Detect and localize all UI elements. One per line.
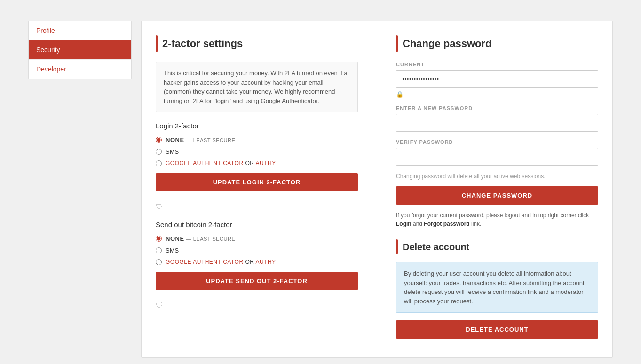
send-out-label: Send out bitcoin 2-factor bbox=[156, 221, 358, 229]
lock-icon: 🔒 bbox=[396, 91, 404, 98]
right-panel: Change password CURRENT 🔒 ENTER A NEW PA… bbox=[377, 35, 598, 339]
verify-password-label: VERIFY PASSWORD bbox=[396, 139, 598, 145]
login-radio-sms[interactable] bbox=[156, 149, 162, 155]
login-ga-label: GOOGLE AUTHENTICATOR OR AUTHY bbox=[166, 160, 276, 166]
send-option-authenticator[interactable]: GOOGLE AUTHENTICATOR OR AUTHY bbox=[156, 259, 358, 265]
login-sms-label: SMS bbox=[166, 148, 179, 155]
send-none-sublabel: — LEAST SECURE bbox=[186, 236, 236, 242]
login-google-auth-text: GOOGLE AUTHENTICATOR bbox=[166, 160, 244, 166]
change-password-title: Change password bbox=[403, 38, 491, 50]
login-or-text: OR bbox=[245, 160, 255, 166]
divider-line bbox=[167, 207, 358, 207]
delete-account-button[interactable]: DELETE ACCOUNT bbox=[396, 320, 598, 339]
shield-icon: 🛡 bbox=[156, 203, 163, 211]
password-hint-text: Changing password will delete all your a… bbox=[396, 173, 598, 180]
forgot-text-1: If you forgot your current password, ple… bbox=[396, 212, 589, 219]
lock-icon-row: 🔒 bbox=[396, 91, 598, 98]
login-option-sms[interactable]: SMS bbox=[156, 148, 358, 155]
login-option-none[interactable]: NONE — LEAST SECURE bbox=[156, 136, 358, 143]
shield-icon-2: 🛡 bbox=[156, 301, 163, 310]
forgot-login-link: Login bbox=[396, 221, 412, 227]
change-password-title-row: Change password bbox=[396, 35, 598, 52]
send-option-sms[interactable]: SMS bbox=[156, 247, 358, 254]
send-or-text: OR bbox=[245, 259, 255, 265]
current-password-group: CURRENT 🔒 bbox=[396, 62, 598, 98]
send-radio-ga[interactable] bbox=[156, 259, 162, 265]
send-radio-sms[interactable] bbox=[156, 247, 162, 253]
sidebar-item-profile[interactable]: Profile bbox=[29, 21, 131, 40]
two-factor-title-row: 2-factor settings bbox=[156, 35, 358, 52]
login-2factor-label: Login 2-factor bbox=[156, 122, 358, 130]
change-password-bar bbox=[396, 35, 398, 52]
send-divider: 🛡 bbox=[156, 301, 358, 310]
update-send-2factor-button[interactable]: UPDATE SEND OUT 2-FACTOR bbox=[156, 272, 358, 290]
send-radio-group: NONE — LEAST SECURE SMS GOOGLE AUTHENTIC… bbox=[156, 235, 358, 265]
sidebar-item-label: Profile bbox=[36, 27, 55, 34]
verify-password-input[interactable] bbox=[396, 148, 598, 166]
login-radio-group: NONE — LEAST SECURE SMS GOOGLE AUTHENTIC… bbox=[156, 136, 358, 166]
left-panel: 2-factor settings This is critical for s… bbox=[156, 35, 358, 339]
delete-account-title: Delete account bbox=[403, 242, 469, 253]
new-password-group: ENTER A NEW PASSWORD bbox=[396, 105, 598, 132]
login-none-sublabel: — LEAST SECURE bbox=[186, 137, 236, 143]
current-password-input[interactable] bbox=[396, 70, 598, 88]
page-wrapper: Profile Security Developer 2-factor sett… bbox=[0, 0, 641, 364]
login-authy-text: AUTHY bbox=[256, 160, 276, 166]
sidebar-item-label: Developer bbox=[36, 65, 66, 73]
new-password-input[interactable] bbox=[396, 114, 598, 132]
send-google-auth-text: GOOGLE AUTHENTICATOR bbox=[166, 259, 244, 265]
main-content: 2-factor settings This is critical for s… bbox=[141, 21, 613, 358]
two-factor-title: 2-factor settings bbox=[162, 38, 243, 50]
current-password-label: CURRENT bbox=[396, 62, 598, 67]
login-option-authenticator[interactable]: GOOGLE AUTHENTICATOR OR AUTHY bbox=[156, 160, 358, 166]
verify-password-group: VERIFY PASSWORD bbox=[396, 139, 598, 166]
two-factor-info-box: This is critical for securing your money… bbox=[156, 62, 358, 112]
sidebar-item-label: Security bbox=[36, 46, 60, 54]
delete-account-title-row: Delete account bbox=[396, 239, 598, 254]
forgot-end: link. bbox=[470, 221, 482, 227]
change-password-button[interactable]: CHANGE PASSWORD bbox=[396, 186, 598, 205]
new-password-label: ENTER A NEW PASSWORD bbox=[396, 105, 598, 111]
login-divider: 🛡 bbox=[156, 203, 358, 211]
login-radio-ga[interactable] bbox=[156, 160, 162, 166]
forgot-password-text: If you forgot your current password, ple… bbox=[396, 211, 598, 228]
send-option-none[interactable]: NONE — LEAST SECURE bbox=[156, 235, 358, 242]
login-none-label: NONE — LEAST SECURE bbox=[166, 136, 235, 143]
send-ga-label: GOOGLE AUTHENTICATOR OR AUTHY bbox=[166, 259, 276, 265]
send-radio-none[interactable] bbox=[156, 236, 162, 242]
title-bar-accent bbox=[156, 35, 158, 52]
forgot-password-link: Forgot password bbox=[424, 221, 469, 227]
login-radio-none[interactable] bbox=[156, 137, 162, 143]
sidebar-item-developer[interactable]: Developer bbox=[29, 60, 131, 79]
forgot-and: and bbox=[412, 221, 424, 227]
send-none-label: NONE — LEAST SECURE bbox=[166, 235, 235, 242]
send-authy-text: AUTHY bbox=[256, 259, 276, 265]
delete-info-box: By deleting your user account you delete… bbox=[396, 262, 598, 313]
sidebar: Profile Security Developer bbox=[28, 21, 132, 79]
divider-line-2 bbox=[167, 306, 358, 306]
update-login-2factor-button[interactable]: UPDATE LOGIN 2-FACTOR bbox=[156, 173, 358, 191]
send-sms-label: SMS bbox=[166, 247, 179, 254]
delete-section-bar bbox=[396, 239, 398, 254]
sidebar-item-security[interactable]: Security bbox=[29, 40, 131, 60]
